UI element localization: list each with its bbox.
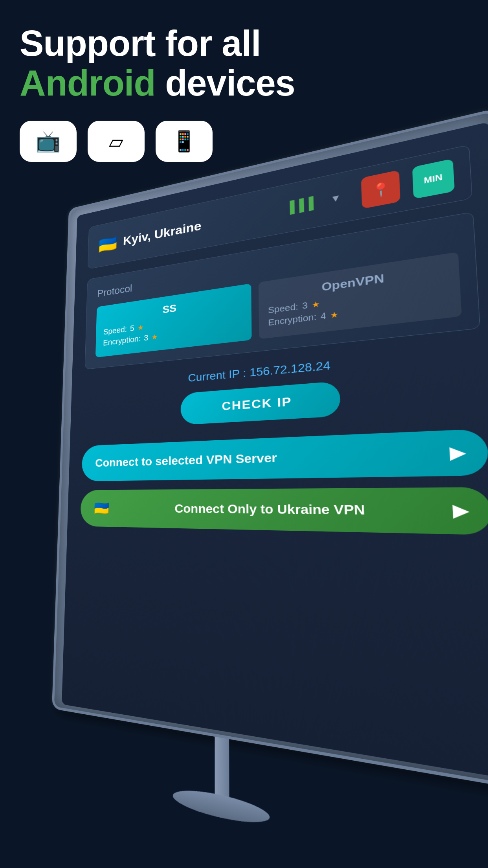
title-line1: Support for all bbox=[20, 23, 261, 63]
check-ip-button[interactable]: CHECK IP bbox=[181, 381, 341, 425]
tv-icon: 📺 bbox=[35, 129, 61, 153]
location-pin-button[interactable]: 📍 bbox=[361, 170, 400, 209]
main-title: Support for all Android devices bbox=[20, 24, 468, 103]
tv-body: 🇺🇦 Kyiv, Ukraine ▌▌▌ ▼ 📍 MIN Protocol bbox=[52, 108, 488, 793]
tablet-icon-button[interactable]: ▱ bbox=[88, 121, 145, 162]
tv-screen: 🇺🇦 Kyiv, Ukraine ▌▌▌ ▼ 📍 MIN Protocol bbox=[62, 122, 488, 783]
phone-icon-button[interactable]: 📱 bbox=[156, 121, 213, 162]
openvpn-enc-star: ★ bbox=[330, 309, 339, 320]
title-highlight: Android bbox=[20, 63, 156, 103]
connect-ukraine-button[interactable]: 🇺🇦 Connect Only to Ukraine VPN ▶ bbox=[80, 487, 488, 535]
tablet-icon: ▱ bbox=[109, 131, 123, 153]
location-pin-icon: 📍 bbox=[371, 180, 391, 199]
connect-ukraine-label: Connect Only to Ukraine VPN bbox=[174, 502, 365, 518]
dropdown-arrow-icon[interactable]: ▼ bbox=[330, 192, 341, 205]
tv-icon-button[interactable]: 📺 bbox=[20, 121, 77, 162]
connect-vpn-label: Connect to selected VPN Server bbox=[95, 451, 277, 470]
connect-ukraine-arrow-icon: ▶ bbox=[452, 501, 469, 521]
min-label: MIN bbox=[424, 173, 443, 186]
location-flag: 🇺🇦 bbox=[98, 234, 117, 255]
tv-container: 🇺🇦 Kyiv, Ukraine ▌▌▌ ▼ 📍 MIN Protocol bbox=[59, 189, 488, 810]
tv-screen-wrapper: 🇺🇦 Kyiv, Ukraine ▌▌▌ ▼ 📍 MIN Protocol bbox=[48, 77, 488, 868]
openvpn-speed-star: ★ bbox=[312, 299, 320, 310]
connect-vpn-arrow-icon: ▶ bbox=[449, 443, 466, 463]
title-line2: devices bbox=[165, 63, 295, 103]
speed-star: ★ bbox=[137, 323, 143, 332]
tv-stand bbox=[215, 737, 229, 799]
encryption-star: ★ bbox=[151, 332, 158, 342]
ukraine-flag-small: 🇺🇦 bbox=[94, 500, 110, 516]
location-city: Kyiv, Ukraine bbox=[123, 202, 283, 248]
signal-icon: ▌▌▌ bbox=[290, 195, 318, 214]
phone-icon: 📱 bbox=[171, 129, 197, 153]
connect-vpn-button[interactable]: Connect to selected VPN Server ▶ bbox=[81, 428, 488, 481]
min-button[interactable]: MIN bbox=[412, 158, 455, 199]
